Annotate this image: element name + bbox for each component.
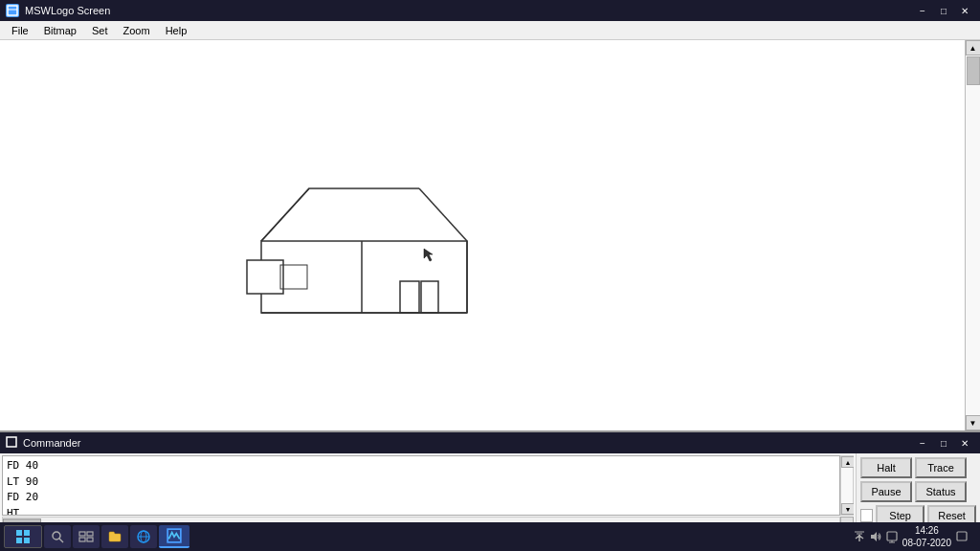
step-checkbox[interactable] (860, 509, 873, 522)
svg-rect-0 (8, 6, 17, 15)
pause-button[interactable]: Pause (860, 481, 912, 502)
scroll-down-button[interactable]: ▼ (966, 415, 981, 430)
svg-rect-20 (87, 532, 93, 536)
output-scroll-up[interactable]: ▲ (841, 456, 854, 468)
commander-title-bar: Commander − □ ✕ (0, 432, 980, 453)
svg-marker-29 (871, 532, 877, 541)
svg-rect-9 (400, 281, 419, 313)
svg-rect-8 (280, 265, 307, 289)
title-bar-controls: − □ ✕ (913, 3, 974, 18)
mswlogo-taskbar-icon[interactable] (159, 525, 189, 548)
menu-bar: File Bitmap Set Zoom Help (0, 21, 980, 40)
network-icon (853, 530, 866, 543)
svg-rect-21 (79, 538, 85, 541)
svg-rect-10 (421, 281, 438, 313)
output-scroll-down[interactable]: ▼ (841, 503, 854, 515)
app-title: MSWLogo Screen (25, 5, 110, 16)
taskbar-right: 14:26 08-07-2020 (853, 524, 976, 549)
file-explorer-icon[interactable] (101, 525, 128, 548)
notifications-icon[interactable] (955, 530, 969, 543)
status-button[interactable]: Status (915, 481, 967, 502)
commander-maximize-button[interactable]: □ (934, 435, 953, 451)
scroll-track (966, 55, 980, 415)
menu-bitmap[interactable]: Bitmap (36, 23, 84, 38)
action-center-icon (885, 530, 899, 543)
trace-button[interactable]: Trace (915, 457, 967, 478)
maximize-button[interactable]: □ (934, 3, 953, 18)
menu-zoom[interactable]: Zoom (116, 23, 158, 38)
svg-rect-2 (261, 241, 467, 313)
house-drawing (0, 40, 980, 430)
scroll-up-button[interactable]: ▲ (966, 40, 981, 55)
svg-rect-13 (16, 530, 22, 536)
browser-icon[interactable] (130, 525, 157, 548)
app-icon (6, 4, 19, 17)
svg-rect-30 (887, 532, 897, 540)
menu-help[interactable]: Help (158, 23, 195, 38)
output-line-2: LT 90 (7, 474, 835, 491)
svg-rect-16 (24, 538, 30, 543)
scroll-thumb[interactable] (967, 56, 980, 85)
start-button[interactable] (4, 525, 42, 548)
svg-line-18 (59, 539, 63, 542)
svg-marker-11 (424, 249, 433, 261)
taskbar: 14:26 08-07-2020 (0, 522, 980, 551)
commander-minimize-button[interactable]: − (913, 435, 932, 451)
output-line-4: HT (7, 506, 835, 517)
svg-rect-33 (957, 532, 967, 540)
system-clock: 14:26 08-07-2020 (902, 524, 951, 549)
svg-point-17 (53, 532, 60, 540)
task-view-icon[interactable] (73, 525, 100, 548)
clock-date: 08-07-2020 (902, 537, 951, 549)
halt-button[interactable]: Halt (860, 457, 912, 478)
output-line-3: FD 20 (7, 490, 835, 506)
speaker-icon (869, 530, 882, 543)
system-tray-icons (853, 530, 899, 543)
svg-line-5 (261, 188, 309, 241)
svg-rect-12 (7, 437, 16, 447)
output-line-1: FD 40 (7, 458, 835, 474)
commander-icon (6, 436, 17, 450)
title-bar: MSWLogo Screen − □ ✕ (0, 0, 980, 21)
minimize-button[interactable]: − (913, 3, 932, 18)
svg-rect-19 (79, 532, 85, 536)
clock-time: 14:26 (915, 524, 939, 537)
commander-title: Commander (23, 437, 81, 449)
commander-close-button[interactable]: ✕ (955, 435, 974, 451)
halt-trace-row: Halt Trace (860, 457, 976, 478)
drawing-canvas: ▲ ▼ (0, 40, 980, 430)
close-button[interactable]: ✕ (955, 3, 974, 18)
svg-rect-15 (16, 538, 22, 543)
search-taskbar-icon[interactable] (44, 525, 71, 548)
pause-status-row: Pause Status (860, 481, 976, 502)
svg-rect-14 (24, 530, 30, 536)
svg-rect-22 (87, 538, 93, 541)
menu-file[interactable]: File (4, 23, 36, 38)
svg-rect-7 (247, 260, 283, 294)
menu-set[interactable]: Set (84, 23, 116, 38)
output-text: FD 40 LT 90 FD 20 HT (2, 455, 840, 516)
